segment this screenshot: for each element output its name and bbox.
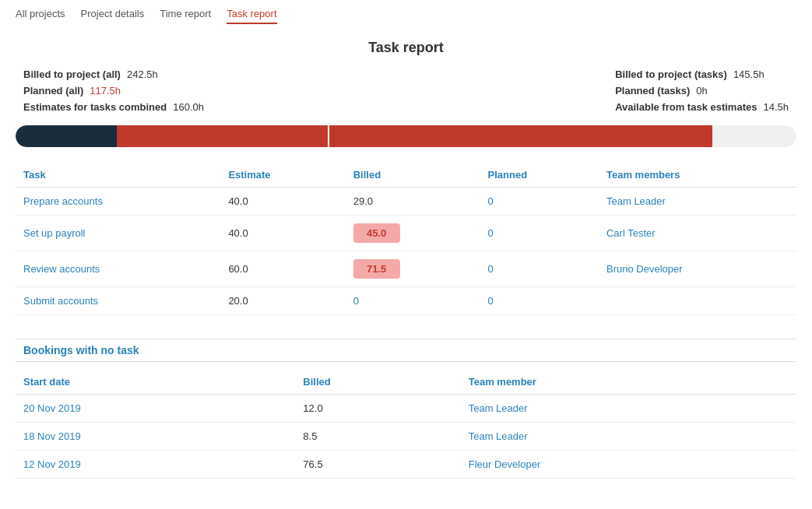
estimate-cell: 40.0 bbox=[220, 216, 345, 251]
stat-planned-tasks: Planned (tasks) 0h bbox=[615, 85, 789, 97]
billed-cell: 45.0 bbox=[346, 216, 480, 251]
list-item: 12 Nov 201976.5Fleur Developer bbox=[16, 451, 796, 479]
progress-bar-red-right bbox=[329, 125, 712, 147]
stats-left: Billed to project (all) 242.5h Planned (… bbox=[23, 68, 204, 113]
stats-section: Billed to project (all) 242.5h Planned (… bbox=[16, 68, 796, 113]
progress-bar-empty bbox=[712, 125, 796, 147]
table-row: Review accounts60.071.50Bruno Developer bbox=[16, 251, 796, 287]
task-name-cell[interactable]: Prepare accounts bbox=[16, 188, 220, 216]
booking-date-cell[interactable]: 12 Nov 2019 bbox=[16, 451, 295, 479]
stat-planned-tasks-label: Planned (tasks) bbox=[615, 85, 690, 97]
stat-billed-tasks-value: 145.5h bbox=[733, 68, 765, 80]
progress-bar bbox=[16, 125, 796, 147]
stat-billed-tasks: Billed to project (tasks) 145.5h bbox=[615, 68, 789, 80]
booking-member-cell[interactable]: Fleur Developer bbox=[461, 451, 796, 479]
list-item: 18 Nov 20198.5Team Leader bbox=[16, 423, 796, 451]
planned-cell: 0 bbox=[480, 188, 599, 216]
stat-available-estimates-label: Available from task estimates bbox=[615, 101, 757, 113]
billed-cell: 29.0 bbox=[346, 188, 480, 216]
table-row: Set up payroll40.045.00Carl Tester bbox=[16, 216, 796, 251]
col-planned: Planned bbox=[480, 163, 599, 188]
estimate-cell: 60.0 bbox=[220, 251, 345, 287]
bookings-section-title: Bookings with no task bbox=[16, 339, 796, 362]
task-name-cell[interactable]: Submit accounts bbox=[16, 287, 220, 315]
stat-billed-tasks-label: Billed to project (tasks) bbox=[615, 68, 727, 80]
col-estimate: Estimate bbox=[220, 163, 345, 188]
planned-cell: 0 bbox=[480, 251, 599, 287]
page-title: Task report bbox=[16, 40, 796, 56]
tab-all-projects[interactable]: All projects bbox=[16, 8, 65, 24]
billed-over-badge: 45.0 bbox=[353, 223, 400, 243]
col-team-member: Team member bbox=[461, 370, 796, 395]
billed-cell: 71.5 bbox=[346, 251, 480, 287]
stat-planned-all: Planned (all) 117.5h bbox=[23, 85, 204, 97]
col-task: Task bbox=[16, 163, 220, 188]
tasks-table: Task Estimate Billed Planned Team member… bbox=[16, 163, 796, 315]
progress-bar-red-left bbox=[117, 125, 328, 147]
members-cell bbox=[599, 287, 796, 315]
booking-date-cell[interactable]: 18 Nov 2019 bbox=[16, 423, 295, 451]
nav-tabs: All projects Project details Time report… bbox=[16, 8, 796, 24]
col-billed-booking: Billed bbox=[295, 370, 460, 395]
stat-available-estimates: Available from task estimates 14.5h bbox=[615, 101, 789, 113]
estimate-cell: 40.0 bbox=[220, 188, 345, 216]
booking-billed-cell: 76.5 bbox=[295, 451, 460, 479]
stat-billed-all-value: 242.5h bbox=[127, 68, 158, 80]
booking-date-cell[interactable]: 20 Nov 2019 bbox=[16, 395, 295, 423]
stat-planned-all-value: 117.5h bbox=[90, 85, 121, 97]
tab-time-report[interactable]: Time report bbox=[160, 8, 211, 24]
table-row: Submit accounts20.000 bbox=[16, 287, 796, 315]
booking-billed-cell: 8.5 bbox=[295, 423, 460, 451]
planned-cell: 0 bbox=[480, 216, 599, 251]
billed-cell: 0 bbox=[346, 287, 480, 315]
stat-billed-all-label: Billed to project (all) bbox=[23, 68, 121, 80]
stats-right: Billed to project (tasks) 145.5h Planned… bbox=[615, 68, 789, 113]
bookings-table: Start date Billed Team member 20 Nov 201… bbox=[16, 370, 796, 479]
stat-estimates-combined-value: 160.0h bbox=[173, 101, 204, 113]
stat-estimates-combined: Estimates for tasks combined 160.0h bbox=[23, 101, 204, 113]
stat-planned-tasks-value: 0h bbox=[696, 85, 707, 97]
tab-project-details[interactable]: Project details bbox=[81, 8, 145, 24]
table-row: Prepare accounts40.029.00Team Leader bbox=[16, 188, 796, 216]
billed-over-badge: 71.5 bbox=[353, 259, 400, 279]
tab-task-report[interactable]: Task report bbox=[227, 8, 276, 24]
stat-estimates-combined-label: Estimates for tasks combined bbox=[23, 101, 167, 113]
stat-available-estimates-value: 14.5h bbox=[763, 101, 789, 113]
members-cell[interactable]: Bruno Developer bbox=[599, 251, 796, 287]
progress-bar-dark bbox=[16, 125, 117, 147]
task-name-cell[interactable]: Review accounts bbox=[16, 251, 220, 287]
booking-member-cell[interactable]: Team Leader bbox=[461, 423, 796, 451]
col-start-date: Start date bbox=[16, 370, 295, 395]
col-members: Team members bbox=[599, 163, 796, 188]
booking-member-cell[interactable]: Team Leader bbox=[461, 395, 796, 423]
bookings-table-header: Start date Billed Team member bbox=[16, 370, 796, 395]
tasks-table-header: Task Estimate Billed Planned Team member… bbox=[16, 163, 796, 188]
booking-billed-cell: 12.0 bbox=[295, 395, 460, 423]
stat-billed-all: Billed to project (all) 242.5h bbox=[23, 68, 204, 80]
planned-cell: 0 bbox=[480, 287, 599, 315]
members-cell[interactable]: Carl Tester bbox=[599, 216, 796, 251]
list-item: 20 Nov 201912.0Team Leader bbox=[16, 395, 796, 423]
members-cell[interactable]: Team Leader bbox=[599, 188, 796, 216]
col-billed: Billed bbox=[346, 163, 480, 188]
task-name-cell[interactable]: Set up payroll bbox=[16, 216, 220, 251]
estimate-cell: 20.0 bbox=[220, 287, 345, 315]
stat-planned-all-label: Planned (all) bbox=[23, 85, 83, 97]
